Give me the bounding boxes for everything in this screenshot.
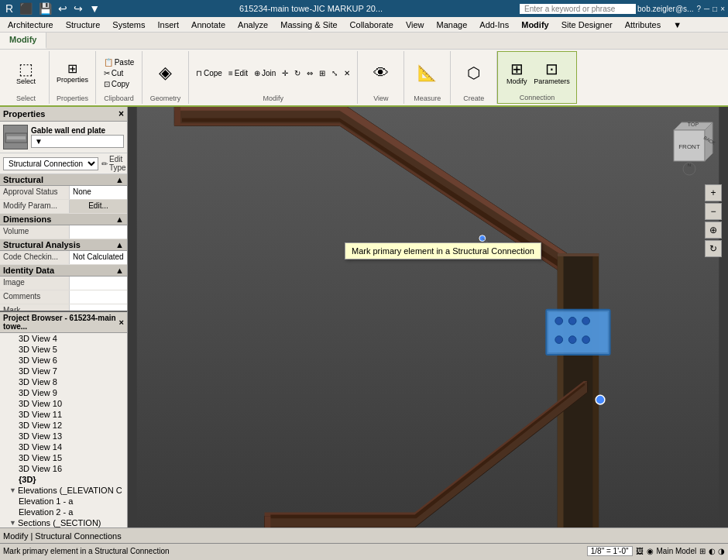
tooltip: Mark primary element in a Structural Con… <box>345 242 541 259</box>
scale-button[interactable]: ⤡ <box>329 68 340 78</box>
view-3d9[interactable]: 3D View 9 <box>0 387 127 398</box>
menu-more[interactable]: ▼ <box>667 19 688 31</box>
menu-collaborate[interactable]: Collaborate <box>344 19 400 31</box>
view-3d10[interactable]: 3D View 10 <box>0 398 127 409</box>
connection-type-select[interactable]: Structural Connection <box>3 157 98 170</box>
close-btn[interactable]: × <box>720 5 725 13</box>
svg-text:FRONT: FRONT <box>678 143 700 150</box>
delete-button[interactable]: ✕ <box>342 68 352 78</box>
select-button[interactable]: ⬚ Select <box>12 60 40 87</box>
identity-collapse-icon: ▲ <box>115 266 124 275</box>
menu-analyze[interactable]: Analyze <box>232 19 274 31</box>
move-button[interactable]: ✛ <box>280 68 290 78</box>
parameters-button[interactable]: ⊡ Parameters <box>532 60 572 87</box>
undo-btn[interactable]: ↩ <box>56 2 70 15</box>
menu-view[interactable]: View <box>400 19 431 31</box>
elevations-group[interactable]: ▼ Elevations (_ELEVATION C <box>0 485 127 496</box>
menu-insert[interactable]: Insert <box>152 19 186 31</box>
mark-row: Mark <box>0 304 127 311</box>
dimensions-section[interactable]: Dimensions ▲ <box>0 214 127 225</box>
pan-btn[interactable]: ⊕ <box>705 222 722 239</box>
view-3d12[interactable]: 3D View 12 <box>0 420 127 431</box>
minimize-btn[interactable]: ─ <box>704 5 709 13</box>
menu-massing[interactable]: Massing & Site <box>274 19 343 31</box>
menu-modify[interactable]: Modify <box>515 19 555 31</box>
browser-tree[interactable]: 3D View 4 3D View 5 3D View 6 3D View 7 … <box>0 333 127 527</box>
element-dropdown[interactable]: ▼ <box>31 135 124 148</box>
zoom-in-btn[interactable]: + <box>705 184 722 201</box>
menu-addins[interactable]: Add-Ins <box>473 19 515 31</box>
redo-btn[interactable]: ↪ <box>71 2 85 15</box>
qa-dropdown-btn[interactable]: ▼ <box>87 2 102 15</box>
view-3d5[interactable]: 3D View 5 <box>0 344 127 355</box>
properties-close-btn[interactable]: × <box>118 108 124 119</box>
menu-architecture[interactable]: Architecture <box>2 19 60 31</box>
cut-button[interactable]: ✂ Cut <box>101 68 137 78</box>
ribbon-group-view: 👁 View <box>358 51 404 104</box>
view-3d14[interactable]: 3D View 14 <box>0 441 127 452</box>
view-3d15[interactable]: 3D View 15 <box>0 452 127 463</box>
identity-data-section[interactable]: Identity Data ▲ <box>0 265 127 277</box>
zoom-out-btn[interactable]: − <box>705 203 722 220</box>
join-button[interactable]: ⊕ Join <box>252 68 278 78</box>
view-3d11[interactable]: 3D View 11 <box>0 409 127 420</box>
browser-close-btn[interactable]: × <box>119 318 124 327</box>
menu-sitedesigner[interactable]: Site Designer <box>555 19 619 31</box>
properties-button[interactable]: ⊞ Properties <box>55 61 90 85</box>
view-3d8[interactable]: 3D View 8 <box>0 376 127 387</box>
view-cube-icon: ◉ <box>647 547 654 555</box>
sections-group[interactable]: ▼ Sections (_SECTION) <box>0 517 127 527</box>
user-label: bob.zeigler@s... <box>637 5 693 13</box>
svg-rect-16 <box>265 516 271 527</box>
nav-cube[interactable]: FRONT BACK TOP N <box>658 115 720 177</box>
rotate-button[interactable]: ↻ <box>292 68 303 78</box>
save-btn[interactable]: 💾 <box>36 2 54 15</box>
modify-params-button[interactable]: ⊞ Modify <box>503 60 531 87</box>
structural-analysis-section[interactable]: Structural Analysis ▲ <box>0 239 127 251</box>
array-button[interactable]: ⊞ <box>317 68 328 78</box>
view-3d-default[interactable]: {3D} <box>0 474 127 485</box>
element-name: Gable wall end plate <box>31 126 124 135</box>
ribbon-group-clipboard: 📋 Paste ✂ Cut ⊡ Copy Clipboard <box>96 51 143 104</box>
paste-button[interactable]: 📋 Paste <box>101 57 137 67</box>
search-input[interactable] <box>520 4 636 14</box>
help-btn[interactable]: ? <box>696 5 701 13</box>
menu-attributes[interactable]: Attributes <box>619 19 667 31</box>
properties-title-bar: Properties × <box>0 107 127 122</box>
orbit-btn[interactable]: ↻ <box>705 240 722 257</box>
edit-type-btn[interactable]: ✏ Edit Type <box>101 155 126 172</box>
measure-icon: 📐 <box>417 65 437 81</box>
view-button[interactable]: 👁 <box>367 64 395 82</box>
measure-button[interactable]: 📐 <box>414 64 441 82</box>
elevation-1a[interactable]: Elevation 1 - a <box>0 496 127 507</box>
select-icon: ⬚ <box>19 61 33 77</box>
cope-button[interactable]: ⊓ Cope <box>194 68 225 78</box>
menu-systems[interactable]: Systems <box>106 19 151 31</box>
elevation-2a[interactable]: Elevation 2 - a <box>0 507 127 517</box>
geometry-button[interactable]: ◈ <box>152 63 180 83</box>
menu-annotate[interactable]: Annotate <box>185 19 232 31</box>
view-3d13[interactable]: 3D View 13 <box>0 431 127 441</box>
create-button[interactable]: ⬡ <box>460 64 488 82</box>
view-3d6[interactable]: 3D View 6 <box>0 355 127 366</box>
mirror-button[interactable]: ⇔ <box>304 68 315 78</box>
tab-modify[interactable]: Modify <box>0 33 46 49</box>
edit-param-btn[interactable]: Edit... <box>70 200 127 213</box>
new-btn[interactable]: ⬛ <box>17 2 35 15</box>
structural-section[interactable]: Structural ▲ <box>0 174 127 186</box>
thumbnail-icon: 🖼 <box>636 547 644 555</box>
viewport[interactable]: Mark primary element in a Structural Con… <box>128 107 728 527</box>
view-3d16[interactable]: 3D View 16 <box>0 463 127 474</box>
view-3d7[interactable]: 3D View 7 <box>0 366 127 376</box>
copy-button[interactable]: ⊡ Copy <box>101 79 137 89</box>
maximize-btn[interactable]: □ <box>713 5 717 13</box>
modify-group-label: Modify <box>263 94 283 102</box>
scale-display: 1/8" = 1'-0" <box>587 546 633 556</box>
menu-structure[interactable]: Structure <box>60 19 107 31</box>
edit-button[interactable]: ≡ Edit <box>226 68 250 78</box>
connection-plate <box>546 310 610 355</box>
menu-manage[interactable]: Manage <box>431 19 474 31</box>
join-icon: ⊕ <box>254 69 260 77</box>
geometry-group-label: Geometry <box>150 94 181 102</box>
view-3d4[interactable]: 3D View 4 <box>0 333 127 344</box>
